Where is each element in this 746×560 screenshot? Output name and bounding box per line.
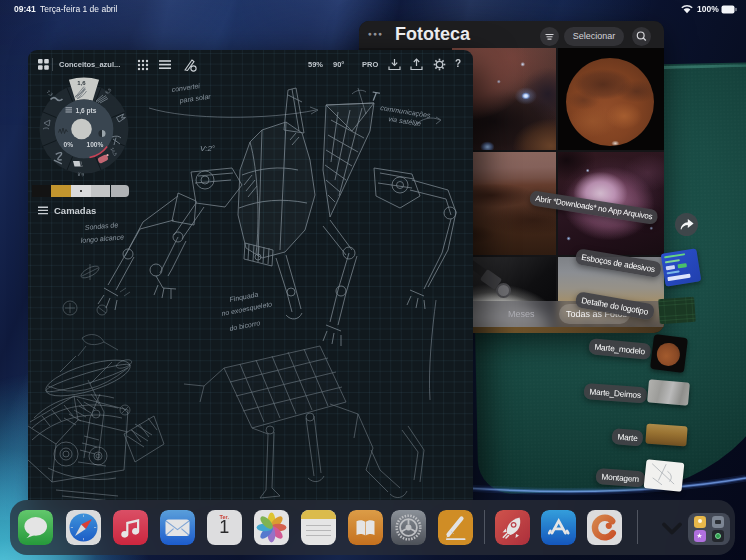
svg-text:6,8: 6,8	[77, 171, 84, 176]
svg-text:100%: 100%	[86, 141, 103, 148]
svg-text:longo alcance: longo alcance	[80, 233, 124, 245]
svg-text:1,6: 1,6	[77, 79, 86, 85]
svg-text:0%: 0%	[63, 141, 73, 148]
svg-text:via satélite: via satélite	[388, 115, 422, 127]
svg-text:no exoesqueleto: no exoesqueleto	[221, 300, 273, 318]
svg-text:convertei: convertei	[171, 82, 201, 93]
svg-text:1,6 pts: 1,6 pts	[75, 107, 96, 115]
svg-text:Sondas de: Sondas de	[84, 221, 118, 231]
svg-text:V:2°: V:2°	[200, 144, 216, 153]
svg-text:T: T	[369, 88, 380, 104]
svg-text:para solar: para solar	[178, 93, 212, 105]
svg-text:Finquada: Finquada	[229, 291, 259, 304]
svg-text:7,3: 7,3	[45, 89, 53, 97]
svg-text:5,5: 5,5	[104, 86, 112, 94]
svg-text:do bicorro: do bicorro	[229, 319, 261, 332]
